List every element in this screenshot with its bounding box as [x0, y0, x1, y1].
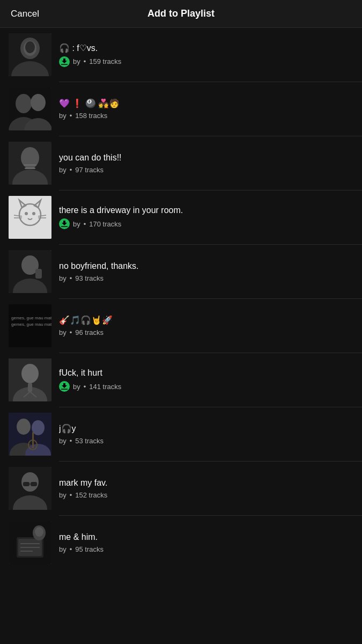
track-count: 170 tracks	[89, 220, 121, 228]
playlist-info: mark my fav. by • 152 tracks	[59, 478, 353, 499]
separator: •	[70, 112, 72, 120]
download-badge	[59, 56, 70, 67]
playlist-name: 💜 ❗ 🎱 💑🧑	[59, 98, 353, 108]
download-badge	[59, 381, 70, 392]
separator: •	[70, 545, 72, 553]
track-count: 97 tracks	[75, 166, 104, 174]
by-label: by	[59, 491, 67, 499]
list-item[interactable]: 🎧 : f♡vs. by • 159 tracks	[0, 28, 362, 82]
header: Cancel Add to Playlist	[0, 0, 362, 28]
playlist-info: fUck, it hurt by • 141 tracks	[59, 368, 353, 392]
playlist-meta: by • 97 tracks	[59, 166, 353, 174]
playlist-info: you can do this!! by • 97 tracks	[59, 153, 353, 174]
playlist-meta: by • 159 tracks	[59, 56, 353, 67]
separator: •	[70, 437, 72, 445]
svg-rect-15	[9, 196, 51, 239]
by-label: by	[59, 437, 67, 445]
playlist-thumbnail	[9, 413, 51, 456]
playlist-info: 💜 ❗ 🎱 💑🧑 by • 158 tracks	[59, 98, 353, 120]
playlist-meta: by • 141 tracks	[59, 381, 353, 392]
list-item[interactable]: gemes, gue mau mati skrg gemes, gue mau …	[0, 299, 362, 353]
list-item[interactable]: no boyfriend, thanks. by • 93 tracks	[0, 245, 362, 298]
playlist-meta: by • 170 tracks	[59, 218, 353, 229]
track-count: 159 tracks	[89, 57, 121, 65]
playlist-name: you can do this!!	[59, 153, 353, 163]
by-label: by	[73, 220, 80, 228]
svg-point-6	[16, 94, 32, 113]
by-label: by	[73, 383, 80, 391]
playlist-name: 🎸🎵🎧🤘🚀	[59, 315, 353, 325]
cancel-button[interactable]: Cancel	[11, 9, 39, 19]
playlist-thumbnail	[9, 142, 51, 185]
playlist-info: there is a driveway in your room. by • 1…	[59, 206, 353, 229]
separator: •	[70, 328, 72, 336]
playlist-thumbnail	[9, 196, 51, 239]
svg-point-7	[31, 94, 46, 111]
page-title: Add to Playlist	[147, 8, 215, 19]
svg-point-20	[32, 212, 35, 215]
list-item[interactable]: you can do this!! by • 97 tracks	[0, 136, 362, 190]
playlist-meta: by • 96 tracks	[59, 328, 353, 336]
by-label: by	[73, 57, 80, 65]
by-label: by	[59, 112, 67, 120]
track-count: 152 tracks	[75, 491, 107, 499]
svg-point-33	[21, 364, 39, 383]
playlist-name: there is a driveway in your room.	[59, 206, 353, 215]
separator: •	[84, 57, 86, 65]
separator: •	[70, 491, 72, 499]
playlist-thumbnail	[9, 521, 51, 564]
track-count: 141 tracks	[89, 383, 121, 391]
svg-text:gemes, gue mau mati: gemes, gue mau mati	[11, 322, 51, 327]
separator: •	[70, 274, 72, 282]
svg-point-46	[21, 472, 39, 492]
list-item[interactable]: j🎧y by • 53 tracks	[0, 407, 362, 461]
playlist-name: mark my fav.	[59, 478, 353, 488]
by-label: by	[59, 274, 67, 282]
track-count: 96 tracks	[75, 328, 104, 336]
svg-rect-13	[24, 164, 36, 166]
svg-rect-49	[31, 482, 37, 486]
svg-point-39	[17, 419, 31, 435]
list-item[interactable]: there is a driveway in your room. by • 1…	[0, 191, 362, 244]
playlist-meta: by • 158 tracks	[59, 112, 353, 120]
by-label: by	[59, 166, 67, 174]
playlist-meta: by • 53 tracks	[59, 437, 353, 445]
track-count: 93 tracks	[75, 274, 104, 282]
svg-rect-35	[28, 383, 32, 392]
separator: •	[70, 166, 72, 174]
playlist-thumbnail	[9, 467, 51, 510]
list-item[interactable]: 💜 ❗ 🎱 💑🧑 by • 158 tracks	[0, 82, 362, 136]
by-label: by	[59, 328, 67, 336]
playlist-name: no boyfriend, thanks.	[59, 261, 353, 271]
list-item[interactable]: me & him. by • 95 tracks	[0, 516, 362, 569]
separator: •	[84, 383, 86, 391]
playlist-thumbnail	[9, 358, 51, 401]
playlist-meta: by • 95 tracks	[59, 545, 353, 553]
playlist-meta: by • 152 tracks	[59, 491, 353, 499]
svg-rect-28	[35, 269, 42, 279]
list-item[interactable]: fUck, it hurt by • 141 tracks	[0, 353, 362, 407]
track-count: 53 tracks	[75, 437, 104, 445]
playlist-info: me & him. by • 95 tracks	[59, 532, 353, 553]
playlist-info: 🎸🎵🎧🤘🚀 by • 96 tracks	[59, 315, 353, 336]
svg-rect-14	[25, 167, 35, 169]
svg-text:gemes, gue mau mati skrg: gemes, gue mau mati skrg	[11, 316, 51, 320]
playlist-info: no boyfriend, thanks. by • 93 tracks	[59, 261, 353, 282]
playlist-thumbnail	[9, 250, 51, 293]
track-count: 95 tracks	[75, 545, 104, 553]
by-label: by	[59, 545, 67, 553]
playlist-thumbnail	[9, 33, 51, 76]
playlist-list: 🎧 : f♡vs. by • 159 tracks	[0, 28, 362, 569]
svg-point-19	[25, 212, 28, 215]
svg-point-58	[35, 527, 43, 537]
list-item[interactable]: mark my fav. by • 152 tracks	[0, 462, 362, 515]
download-badge	[59, 218, 70, 229]
svg-point-4	[25, 41, 35, 53]
playlist-info: j🎧y by • 53 tracks	[59, 423, 353, 445]
playlist-name: fUck, it hurt	[59, 368, 353, 378]
playlist-name: j🎧y	[59, 423, 353, 434]
playlist-thumbnail	[9, 87, 51, 130]
playlist-thumbnail: gemes, gue mau mati skrg gemes, gue mau …	[9, 304, 51, 347]
playlist-name: 🎧 : f♡vs.	[59, 43, 353, 53]
playlist-meta: by • 93 tracks	[59, 274, 353, 282]
